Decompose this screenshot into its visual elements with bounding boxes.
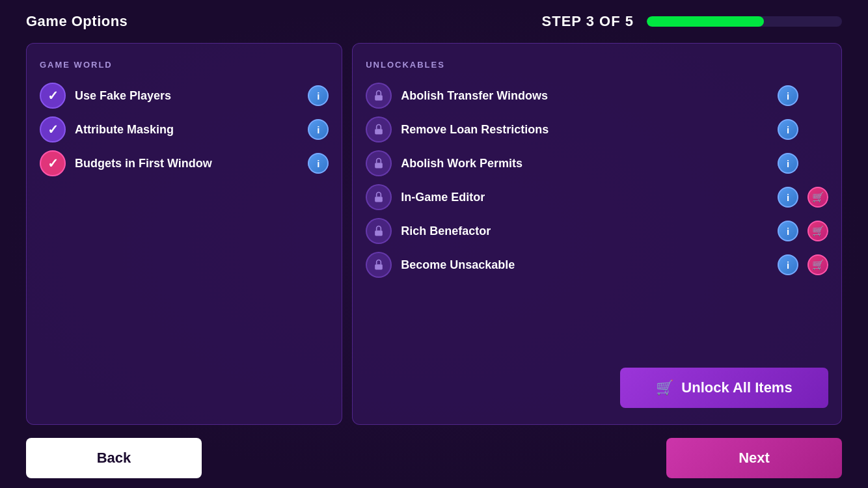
- label-abolish-transfer-windows: Abolish Transfer Windows: [401, 89, 768, 103]
- lock-icon-remove-loan-restrictions: [372, 123, 385, 136]
- label-in-game-editor: In-Game Editor: [401, 191, 768, 204]
- progress-bar-container: [647, 16, 842, 27]
- label-budgets-first-window: Budgets in First Window: [75, 157, 299, 170]
- info-btn-budgets-first-window[interactable]: i: [308, 153, 329, 174]
- game-world-panel: GAME WORLD ✓ Use Fake Players i ✓ Attrib…: [26, 43, 342, 425]
- game-world-option-budgets-first-window: ✓ Budgets in First Window i: [40, 150, 329, 176]
- label-attribute-masking: Attribute Masking: [75, 123, 299, 137]
- svg-rect-2: [375, 163, 383, 168]
- svg-rect-0: [375, 95, 383, 100]
- info-btn-rich-benefactor[interactable]: i: [778, 221, 798, 241]
- label-abolish-work-permits: Abolish Work Permits: [401, 157, 768, 170]
- unlockables-list: Abolish Transfer Windows i Remove Loan R…: [366, 83, 828, 361]
- info-btn-abolish-transfer-windows[interactable]: i: [778, 85, 798, 106]
- info-btn-abolish-work-permits[interactable]: i: [778, 153, 798, 174]
- lock-icon-rich-benefactor: [372, 224, 385, 237]
- lock-remove-loan-restrictions: [366, 116, 392, 142]
- unlockable-abolish-work-permits: Abolish Work Permits i: [366, 150, 828, 176]
- shop-placeholder-abolish-work-permits: [807, 153, 828, 174]
- unlock-all-label: Unlock All Items: [681, 379, 792, 396]
- label-become-unsackable: Become Unsackable: [401, 258, 768, 272]
- unlockables-panel: UNLOCKABLES Abolish Transfer Windows i R…: [352, 43, 842, 425]
- shop-placeholder-remove-loan-restrictions: [807, 119, 828, 140]
- unlockables-title: UNLOCKABLES: [366, 60, 828, 70]
- unlockable-remove-loan-restrictions: Remove Loan Restrictions i: [366, 116, 828, 142]
- svg-rect-5: [375, 264, 383, 269]
- game-world-option-use-fake-players: ✓ Use Fake Players i: [40, 83, 329, 109]
- cart-icon: 🛒: [656, 379, 673, 396]
- unlockable-rich-benefactor: Rich Benefactor i 🛒: [366, 218, 828, 244]
- unlockable-become-unsackable: Become Unsackable i 🛒: [366, 252, 828, 278]
- shop-placeholder-abolish-transfer-windows: [807, 85, 828, 106]
- back-button[interactable]: Back: [26, 438, 202, 478]
- game-world-option-attribute-masking: ✓ Attribute Masking i: [40, 116, 329, 142]
- shop-btn-in-game-editor[interactable]: 🛒: [807, 187, 828, 208]
- lock-abolish-transfer-windows: [366, 83, 392, 109]
- info-btn-remove-loan-restrictions[interactable]: i: [778, 119, 798, 140]
- checkmark-attribute-masking: ✓: [47, 122, 59, 137]
- label-rich-benefactor: Rich Benefactor: [401, 224, 768, 238]
- lock-rich-benefactor: [366, 218, 392, 244]
- svg-rect-1: [375, 129, 383, 134]
- lock-abolish-work-permits: [366, 150, 392, 176]
- toggle-attribute-masking[interactable]: ✓: [40, 116, 66, 142]
- toggle-use-fake-players[interactable]: ✓: [40, 83, 66, 109]
- lock-in-game-editor: [366, 184, 392, 210]
- info-btn-attribute-masking[interactable]: i: [308, 119, 329, 140]
- svg-rect-3: [375, 197, 383, 202]
- checkmark-use-fake-players: ✓: [47, 88, 59, 103]
- game-world-title: GAME WORLD: [40, 60, 329, 70]
- checkmark-budgets-first-window: ✓: [47, 156, 59, 171]
- lock-become-unsackable: [366, 252, 392, 278]
- lock-icon-become-unsackable: [372, 258, 385, 271]
- toggle-budgets-first-window[interactable]: ✓: [40, 150, 66, 176]
- progress-bar-fill: [647, 16, 764, 27]
- label-remove-loan-restrictions: Remove Loan Restrictions: [401, 123, 768, 137]
- label-use-fake-players: Use Fake Players: [75, 89, 299, 103]
- page-title: Game Options: [26, 13, 128, 30]
- info-btn-in-game-editor[interactable]: i: [778, 187, 798, 208]
- shop-btn-rich-benefactor[interactable]: 🛒: [807, 221, 828, 241]
- step-label: STEP 3 OF 5: [542, 13, 634, 30]
- shop-btn-become-unsackable[interactable]: 🛒: [807, 254, 828, 275]
- lock-icon-abolish-work-permits: [372, 157, 385, 170]
- unlockable-in-game-editor: In-Game Editor i 🛒: [366, 184, 828, 210]
- svg-rect-4: [375, 230, 383, 236]
- next-button[interactable]: Next: [666, 438, 842, 478]
- info-btn-become-unsackable[interactable]: i: [778, 254, 798, 275]
- unlock-all-button[interactable]: 🛒 Unlock All Items: [620, 368, 828, 408]
- unlockable-abolish-transfer-windows: Abolish Transfer Windows i: [366, 83, 828, 109]
- info-btn-use-fake-players[interactable]: i: [308, 85, 329, 106]
- lock-icon-in-game-editor: [372, 191, 385, 204]
- lock-icon-abolish-transfer-windows: [372, 89, 385, 102]
- game-world-options-list: ✓ Use Fake Players i ✓ Attribute Masking…: [40, 83, 329, 176]
